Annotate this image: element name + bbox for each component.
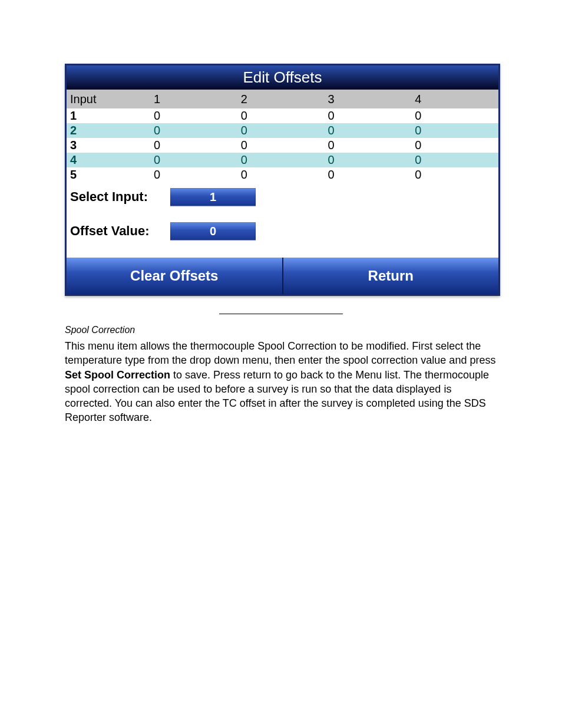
header-col-2: 2 — [237, 90, 325, 108]
offsets-table: Input 1 2 3 4 1 0 0 0 0 2 0 0 — [67, 90, 498, 182]
cell: 0 — [150, 108, 237, 123]
body-text-bold: Set Spool Correction — [65, 369, 170, 381]
cell: 0 — [411, 167, 498, 182]
table-header-row: Input 1 2 3 4 — [67, 90, 498, 108]
row-label: 5 — [67, 167, 150, 182]
cell: 0 — [237, 153, 325, 167]
table-row: 3 0 0 0 0 — [67, 138, 498, 153]
cell: 0 — [150, 123, 237, 138]
offset-value-field[interactable]: 0 — [170, 222, 256, 240]
cell: 0 — [150, 153, 237, 167]
row-label: 3 — [67, 138, 150, 153]
row-label: 2 — [67, 123, 150, 138]
return-button[interactable]: Return — [282, 258, 499, 294]
cell: 0 — [325, 167, 412, 182]
header-input-label: Input — [67, 90, 150, 108]
table-row: 5 0 0 0 0 — [67, 167, 498, 182]
body-text-pre: This menu item allows the thermocouple S… — [65, 340, 495, 366]
cell: 0 — [150, 167, 237, 182]
clear-offsets-button[interactable]: Clear Offsets — [67, 258, 282, 294]
row-label: 1 — [67, 108, 150, 123]
table-row: 4 0 0 0 0 — [67, 153, 498, 167]
cell: 0 — [237, 138, 325, 153]
offset-value-label: Offset Value: — [70, 223, 170, 239]
panel-title: Edit Offsets — [67, 65, 498, 90]
section-heading: Spool Correction — [65, 325, 497, 335]
controls-area: Select Input: 1 Offset Value: 0 — [67, 182, 498, 258]
cell: 0 — [237, 167, 325, 182]
table-row: 2 0 0 0 0 — [67, 123, 498, 138]
table-row: 1 0 0 0 0 — [67, 108, 498, 123]
header-col-3: 3 — [325, 90, 412, 108]
cell: 0 — [411, 138, 498, 153]
cell: 0 — [325, 108, 412, 123]
cell: 0 — [325, 153, 412, 167]
cell: 0 — [150, 138, 237, 153]
select-input-label: Select Input: — [70, 189, 170, 205]
header-col-1: 1 — [150, 90, 237, 108]
section-body: This menu item allows the thermocouple S… — [65, 339, 497, 425]
separator — [219, 314, 343, 314]
header-col-4: 4 — [411, 90, 498, 108]
cell: 0 — [237, 108, 325, 123]
cell: 0 — [237, 123, 325, 138]
edit-offsets-panel: Edit Offsets Input 1 2 3 4 1 0 0 0 0 — [65, 64, 500, 296]
cell: 0 — [325, 138, 412, 153]
cell: 0 — [411, 153, 498, 167]
cell: 0 — [325, 123, 412, 138]
cell: 0 — [411, 123, 498, 138]
cell: 0 — [411, 108, 498, 123]
select-input-field[interactable]: 1 — [170, 188, 256, 206]
row-label: 4 — [67, 153, 150, 167]
